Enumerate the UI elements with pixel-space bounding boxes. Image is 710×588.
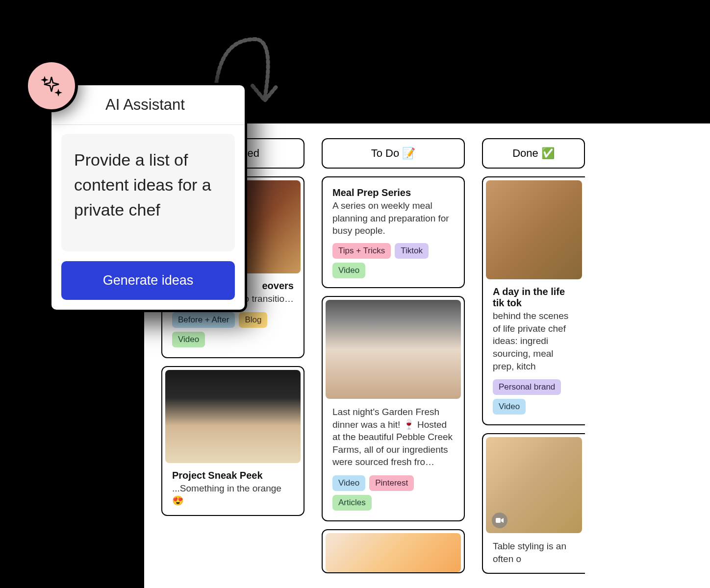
column-label: To Do 📝: [371, 147, 416, 159]
column-header-todo[interactable]: To Do 📝: [322, 138, 465, 169]
kanban-card[interactable]: Project Sneak Peek ...Something in the o…: [161, 366, 304, 516]
tag[interactable]: Articles: [332, 495, 372, 511]
card-tags: Tips + Tricks Tiktok Video: [332, 243, 454, 282]
card-title: Meal Prep Series: [332, 187, 454, 198]
kanban-card[interactable]: Table styling is an often o: [482, 433, 585, 574]
kanban-card[interactable]: [322, 529, 465, 573]
tag[interactable]: Blog: [239, 312, 267, 328]
card-tags: Personal brand Video: [486, 377, 582, 421]
card-image: [326, 533, 461, 572]
tag[interactable]: Personal brand: [493, 379, 561, 395]
tag[interactable]: Video: [332, 475, 365, 491]
tag[interactable]: Pinterest: [369, 475, 414, 491]
card-description: behind the scenes of life private chef i…: [493, 310, 575, 372]
tag[interactable]: Video: [332, 263, 365, 278]
generate-ideas-button[interactable]: Generate ideas: [61, 261, 235, 300]
tag[interactable]: Before + After: [172, 312, 235, 328]
kanban-card[interactable]: Last night's Garden Fresh dinner was a h…: [322, 296, 465, 521]
column-header-done[interactable]: Done ✅: [482, 138, 585, 169]
card-tags: Before + After Blog Video: [165, 310, 301, 354]
card-tags: Video Pinterest Articles: [326, 473, 461, 517]
column-done: Done ✅ A day in the life tik tok behind …: [482, 138, 585, 588]
tag[interactable]: Tips + Tricks: [332, 243, 391, 259]
ai-sparkle-badge: [27, 61, 76, 110]
ai-panel-title: AI Assistant: [51, 85, 245, 125]
svg-rect-0: [496, 518, 501, 523]
kanban-card[interactable]: A day in the life tik tok behind the sce…: [482, 176, 585, 425]
card-image: [486, 180, 582, 279]
tag[interactable]: Video: [172, 332, 205, 347]
tag[interactable]: Video: [493, 399, 526, 415]
ai-assistant-panel: AI Assistant Generate ideas: [51, 84, 246, 311]
card-image: [165, 370, 301, 463]
video-icon: [492, 513, 507, 528]
kanban-card[interactable]: Meal Prep Series A series on weekly meal…: [322, 176, 465, 288]
column-label: Done ✅: [512, 147, 555, 159]
card-image: [326, 300, 461, 399]
card-description: Table styling is an often o: [493, 540, 575, 565]
card-image: [486, 437, 582, 533]
sparkle-icon: [40, 74, 63, 98]
card-title: Project Sneak Peek: [172, 470, 294, 481]
column-todo: To Do 📝 Meal Prep Series A series on wee…: [322, 138, 465, 588]
card-description: A series on weekly meal planning and pre…: [332, 199, 454, 237]
card-title: A day in the life tik tok: [493, 286, 575, 309]
card-description: ...Something in the orange 😍: [172, 482, 294, 507]
ai-prompt-input[interactable]: [61, 134, 235, 251]
card-description: Last night's Garden Fresh dinner was a h…: [332, 406, 454, 468]
tag[interactable]: Tiktok: [395, 243, 429, 259]
